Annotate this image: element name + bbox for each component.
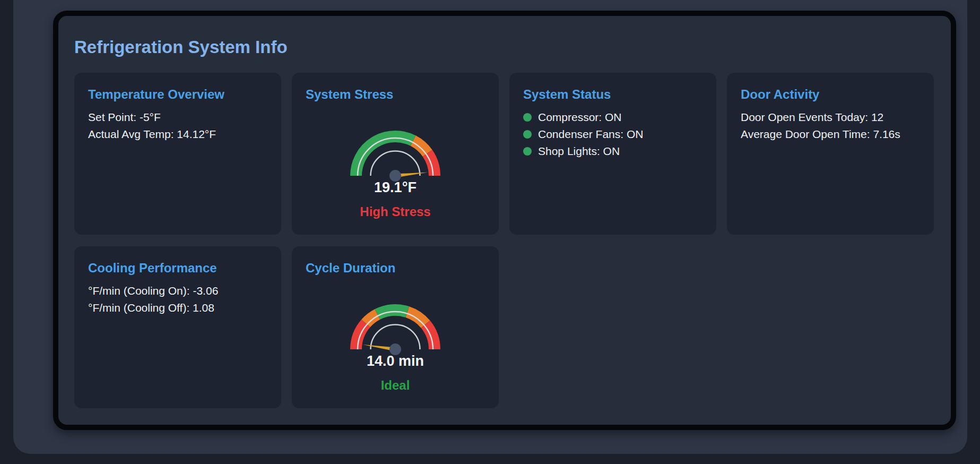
outer-panel: Refrigeration System Info Temperature Ov… bbox=[13, 0, 967, 454]
metric-line: Door Open Events Today: 12 bbox=[741, 109, 920, 126]
status-label: Compressor: ON bbox=[538, 109, 622, 126]
status-row: Compressor: ON bbox=[523, 109, 703, 126]
refrigeration-dashboard-panel: Refrigeration System Info Temperature Ov… bbox=[53, 11, 956, 430]
card-title: Temperature Overview bbox=[88, 88, 267, 101]
card-cooling-performance: Cooling Performance °F/min (Cooling On):… bbox=[74, 246, 281, 408]
gauge-status-label: High Stress bbox=[292, 204, 499, 219]
card-title: System Status bbox=[523, 88, 703, 101]
gauge-status-label: Ideal bbox=[292, 378, 499, 393]
status-dot-icon bbox=[523, 113, 532, 122]
page-background: Refrigeration System Info Temperature Ov… bbox=[0, 0, 980, 464]
status-label: Condenser Fans: ON bbox=[538, 126, 643, 143]
status-label: Shop Lights: ON bbox=[538, 143, 620, 160]
metric-line: °F/min (Cooling Off): 1.08 bbox=[88, 299, 267, 316]
metric-line: Actual Avg Temp: 14.12°F bbox=[88, 126, 267, 143]
card-grid: Temperature Overview Set Point: -5°F Act… bbox=[74, 73, 935, 408]
card-system-status: System Status Compressor: ON Condenser F… bbox=[509, 73, 716, 235]
page-title: Refrigeration System Info bbox=[74, 38, 935, 57]
card-door-activity: Door Activity Door Open Events Today: 12… bbox=[727, 73, 934, 235]
card-temperature-overview: Temperature Overview Set Point: -5°F Act… bbox=[74, 73, 281, 235]
metric-line: Average Door Open Time: 7.16s bbox=[741, 126, 920, 143]
status-row: Condenser Fans: ON bbox=[523, 126, 703, 143]
metric-line: Set Point: -5°F bbox=[88, 109, 267, 126]
card-title: Cooling Performance bbox=[88, 261, 267, 275]
card-title: Cycle Duration bbox=[306, 261, 485, 275]
status-dot-icon bbox=[523, 147, 532, 156]
status-row: Shop Lights: ON bbox=[523, 143, 703, 160]
metric-line: °F/min (Cooling On): -3.06 bbox=[88, 282, 267, 299]
gauge-value: 14.0 min bbox=[292, 353, 499, 369]
gauge-value: 19.1°F bbox=[292, 179, 499, 195]
card-title: Door Activity bbox=[741, 88, 920, 101]
card-system-stress: System Stress 19.1°F High Stress bbox=[292, 73, 499, 235]
status-dot-icon bbox=[523, 130, 532, 139]
card-cycle-duration: Cycle Duration 14.0 min Ideal bbox=[292, 246, 499, 408]
card-title: System Stress bbox=[306, 88, 485, 101]
